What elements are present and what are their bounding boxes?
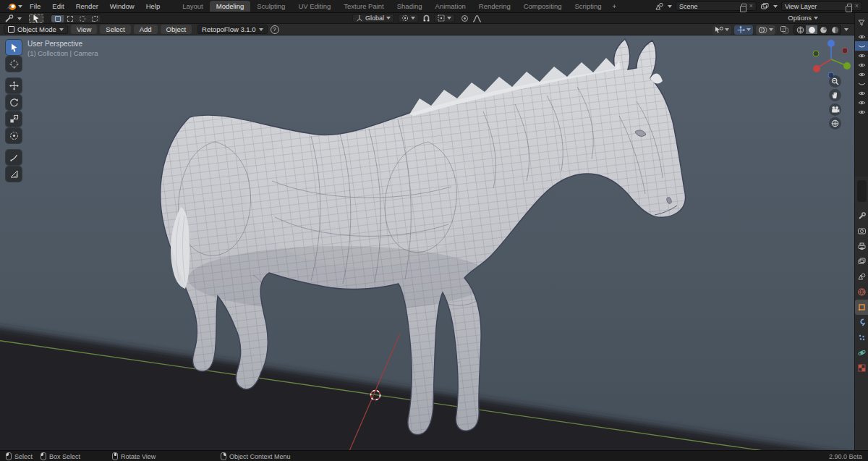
gizmo-y-neg[interactable]: [813, 51, 819, 56]
gizmo-x-neg[interactable]: [842, 48, 848, 54]
menu-file[interactable]: File: [24, 0, 46, 12]
menu-select[interactable]: Select: [100, 25, 130, 34]
properties-editor-chip[interactable]: [857, 180, 867, 202]
retopoflow-dropdown[interactable]: RetopoFlow 3.1.0: [197, 25, 267, 34]
particle-properties-tab[interactable]: [855, 330, 868, 345]
tool-transform[interactable]: [6, 128, 22, 143]
pivot-point-dropdown[interactable]: [398, 14, 419, 22]
tab-uv-editing[interactable]: UV Editing: [292, 1, 337, 12]
tool-rotate[interactable]: [6, 95, 22, 110]
shading-material-icon[interactable]: [817, 25, 829, 34]
select-mode-lasso[interactable]: [88, 15, 101, 22]
menu-help[interactable]: Help: [140, 0, 166, 12]
output-properties-tab[interactable]: [855, 239, 868, 254]
tool-measure[interactable]: [6, 166, 22, 182]
tab-compositing[interactable]: Compositing: [517, 1, 569, 12]
tool-scale[interactable]: [6, 111, 22, 127]
visibility-toggle[interactable]: [855, 88, 868, 98]
visibility-toggle[interactable]: [855, 98, 868, 107]
chevron-down-icon[interactable]: [773, 5, 778, 8]
add-workspace-button[interactable]: +: [608, 1, 621, 12]
visibility-toggle[interactable]: [855, 51, 868, 60]
close-icon[interactable]: ×: [855, 3, 859, 9]
tool-properties-tab[interactable]: [855, 208, 868, 224]
tab-modeling[interactable]: Modeling: [210, 1, 251, 12]
visibility-toggle[interactable]: [855, 69, 868, 79]
proportional-editing-icon[interactable]: [461, 14, 469, 22]
modifier-properties-tab[interactable]: [855, 315, 868, 330]
scene-field[interactable]: Scene ×: [676, 1, 757, 11]
menu-object[interactable]: Object: [161, 25, 192, 34]
menu-render[interactable]: Render: [70, 0, 104, 12]
chevron-down-icon[interactable]: [668, 5, 672, 8]
tab-animation[interactable]: Animation: [429, 1, 472, 12]
blender-logo-icon[interactable]: [6, 2, 17, 11]
menu-add[interactable]: Add: [134, 25, 158, 34]
gizmos-dropdown[interactable]: [734, 25, 753, 35]
tab-rendering[interactable]: Rendering: [472, 1, 517, 12]
view-layer-icon[interactable]: [760, 2, 770, 10]
scene-icon[interactable]: [655, 2, 664, 10]
visibility-toggle[interactable]: [855, 60, 868, 69]
chevron-down-icon[interactable]: [814, 17, 818, 20]
visibility-toggle-selected[interactable]: [855, 41, 868, 51]
chevron-down-icon[interactable]: [844, 28, 848, 31]
pan-hand-button[interactable]: [829, 89, 841, 101]
outliner-filter-icon[interactable]: [855, 13, 868, 32]
view-layer-field[interactable]: View Layer ×: [781, 1, 862, 11]
viewport-canvas[interactable]: [0, 35, 854, 450]
visibility-toggle-hidden[interactable]: [855, 79, 868, 88]
scene-properties-tab[interactable]: [855, 269, 868, 284]
close-icon[interactable]: ×: [749, 3, 753, 9]
new-view-layer-icon[interactable]: [847, 4, 852, 9]
camera-view-button[interactable]: [829, 103, 841, 116]
shading-wireframe-icon[interactable]: [794, 25, 806, 34]
tool-cursor[interactable]: [6, 56, 22, 72]
menu-view[interactable]: View: [71, 25, 97, 34]
chevron-down-icon[interactable]: [18, 5, 22, 8]
object-types-visibility-dropdown[interactable]: [712, 25, 731, 35]
chevron-down-icon[interactable]: [17, 17, 22, 20]
tool-select-box[interactable]: [6, 40, 22, 55]
options-dropdown[interactable]: Options: [788, 14, 812, 22]
tab-layout[interactable]: Layout: [176, 1, 210, 12]
gizmo-y-axis[interactable]: [843, 62, 851, 69]
menu-window[interactable]: Window: [104, 0, 140, 12]
tab-shading[interactable]: Shading: [391, 1, 429, 12]
view-layer-properties-tab[interactable]: [855, 254, 868, 269]
visibility-toggle[interactable]: [855, 107, 868, 117]
overlays-dropdown[interactable]: [756, 25, 775, 35]
transform-orientation-dropdown[interactable]: Global: [352, 14, 394, 22]
falloff-curve-icon[interactable]: [472, 14, 482, 22]
render-properties-tab[interactable]: [855, 224, 868, 239]
xray-toggle-icon[interactable]: [780, 25, 789, 34]
tab-sculpting[interactable]: Sculpting: [250, 1, 292, 12]
snap-magnet-icon[interactable]: [422, 14, 430, 22]
active-tool-button[interactable]: [29, 14, 43, 23]
shading-rendered-icon[interactable]: [829, 25, 841, 34]
select-mode-tweak[interactable]: [51, 15, 64, 22]
perspective-toggle-button[interactable]: [829, 117, 841, 130]
mode-dropdown[interactable]: Object Mode: [4, 25, 68, 34]
new-scene-icon[interactable]: [741, 4, 746, 9]
tab-scripting[interactable]: Scripting: [569, 1, 608, 12]
menu-edit[interactable]: Edit: [46, 0, 69, 12]
shading-solid-icon[interactable]: [806, 25, 817, 34]
gizmo-x-axis[interactable]: [813, 65, 820, 72]
select-mode-box[interactable]: [64, 15, 76, 22]
zoom-button[interactable]: [829, 75, 841, 88]
select-mode-circle[interactable]: [76, 15, 88, 22]
tab-texture-paint[interactable]: Texture Paint: [337, 1, 390, 12]
viewport-3d[interactable]: User Perspective (1) Collection | Camera: [0, 35, 854, 450]
help-button[interactable]: ?: [271, 25, 279, 34]
snap-target-dropdown[interactable]: [434, 14, 455, 22]
tool-annotate[interactable]: [6, 150, 22, 165]
visibility-toggle[interactable]: [855, 32, 868, 41]
tool-move[interactable]: [6, 78, 22, 93]
world-properties-tab[interactable]: [855, 284, 868, 300]
texture-properties-tab[interactable]: [855, 360, 868, 376]
editor-type-icon[interactable]: [4, 14, 14, 23]
object-properties-tab[interactable]: [855, 300, 868, 315]
physics-properties-tab[interactable]: [855, 345, 868, 360]
gizmo-z-axis[interactable]: [827, 40, 835, 47]
